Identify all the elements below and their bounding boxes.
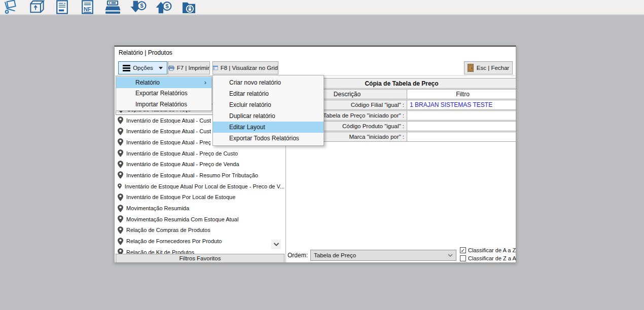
list-item[interactable]: Inventário de Estoque Por Local de Estoq… [116, 192, 284, 203]
favorite-filters-label: Filtros Favoritos [180, 255, 221, 261]
list-item-label: Inventário de Estoque Por Local de Estoq… [126, 194, 235, 200]
menu-item-label: Exportar Relatórios [135, 90, 188, 97]
pin-icon [118, 161, 123, 168]
sort-za-checkbox[interactable] [460, 255, 466, 261]
menu-item-label: Editar relatório [229, 90, 269, 97]
list-item-label: Movimentação Resumida Com Estoque Atual [126, 216, 238, 222]
pin-icon [118, 182, 122, 190]
list-item-label: Inventário de Estoque Atual Por Local de… [125, 183, 284, 189]
filter-value[interactable] [407, 122, 516, 131]
list-item-label: Inventário de Estoque Atual - Preço de V… [126, 161, 239, 167]
filter-value[interactable] [407, 111, 516, 120]
list-item[interactable]: Inventário de Estoque Atual - Resumo Por… [116, 170, 284, 181]
pin-icon [118, 128, 123, 135]
menu-item-label: Relatório [135, 79, 160, 86]
close-button-label: Esc | Fechar [477, 65, 509, 71]
caret-down-icon [159, 67, 163, 69]
options-button-label: Opções [133, 65, 153, 71]
printer-icon [168, 64, 174, 72]
list-item[interactable]: Inventário de Estoque Atual - Preço de C… [116, 148, 284, 159]
favorite-filters-button[interactable]: Filtros Favoritos [116, 254, 284, 263]
scroll-down-button[interactable] [271, 240, 281, 249]
pin-icon [118, 138, 123, 146]
money-up-icon[interactable]: $ [154, 0, 172, 14]
submenu-item-criar-novo-relatorio[interactable]: Criar novo relatório [213, 77, 324, 88]
close-button[interactable]: Esc | Fechar [464, 61, 513, 74]
svg-text:NF: NF [84, 6, 91, 12]
submenu-item-duplicar-relatorio[interactable]: Duplicar relatório [213, 110, 324, 122]
menu-item-label: Criar novo relatório [229, 79, 281, 86]
app-toolbar: NF $ $ [0, 0, 644, 15]
pin-icon [118, 193, 123, 201]
list-item-label: Inventário de Estoque Atual - Preç [126, 139, 211, 145]
pin-icon [118, 248, 123, 254]
grid-view-button[interactable]: F8 | Visualizar no Grid [212, 61, 278, 74]
sort-za-option[interactable]: Classificar de Z a A [460, 254, 516, 262]
list-item[interactable]: Inventário de Estoque Atual Por Local de… [116, 181, 284, 192]
locked-folder-icon[interactable] [180, 0, 198, 14]
options-menu: Relatório › Exportar Relatórios Importar… [116, 76, 212, 111]
list-item-label: Relação de Fornecedores Por Produto [126, 238, 222, 244]
submenu-item-editar-relatorio[interactable]: Editar relatório [213, 88, 324, 99]
submenu-arrow-icon: › [204, 79, 206, 86]
pin-icon [118, 226, 123, 234]
list-item[interactable]: Movimentação Resumida [116, 203, 284, 214]
relatorio-submenu: Criar novo relatório Editar relatório Ex… [212, 75, 324, 146]
list-item[interactable]: Inventário de Estoque Atual - Preço de V… [116, 159, 284, 170]
menu-item-label: Editar Layout [229, 124, 265, 131]
order-label: Ordem: [288, 252, 308, 259]
order-combobox-value: Tabela de Preço [314, 252, 448, 258]
order-section: Ordem: Tabela de Preço [288, 249, 456, 261]
filter-value[interactable]: 1 BRAJAN SISTEMAS TESTE [407, 100, 516, 109]
list-item-label: Inventário de Estoque Atual - Cust [126, 118, 211, 124]
list-item-label: Inventário de Estoque Atual - Cust [126, 128, 211, 134]
hamburger-icon [123, 64, 130, 72]
desktop: NF $ $ [0, 0, 644, 310]
list-item[interactable]: Relação de Fornecedores Por Produto [116, 236, 284, 247]
menu-item-exportar-relatorios[interactable]: Exportar Relatórios [116, 88, 211, 99]
options-button[interactable]: Opções [118, 61, 167, 74]
pin-icon [118, 205, 123, 212]
nf-document-icon[interactable]: NF [78, 0, 96, 14]
sort-az-checkbox[interactable]: ✓ [460, 247, 466, 253]
cash-register-icon[interactable] [103, 0, 122, 14]
list-item-label: Relação de Kit de Produtos [126, 249, 194, 254]
submenu-item-editar-layout[interactable]: Editar Layout [213, 122, 324, 133]
pin-icon [118, 117, 123, 124]
order-combobox[interactable]: Tabela de Preço [310, 250, 456, 261]
list-item-label: Inventário de Estoque Atual - Resumo Por… [126, 172, 258, 178]
list-item-label: Movimentação Resumida [126, 205, 189, 211]
print-button[interactable]: F7 | Imprimir [168, 61, 210, 74]
pin-icon [118, 171, 123, 179]
report-dialog: Relatório | Produtos Opções F7 | Imprimi… [114, 46, 516, 263]
money-down-icon[interactable]: $ [129, 0, 147, 14]
pin-icon [118, 215, 123, 223]
invoice-icon[interactable] [53, 0, 71, 14]
grid-icon [213, 64, 218, 71]
sort-az-label: Classificar de A a Z [468, 247, 516, 253]
package-icon[interactable] [27, 0, 46, 14]
column-header-filtro: Filtro [407, 90, 516, 99]
list-item[interactable]: Movimentação Resumida Com Estoque Atual [116, 214, 284, 225]
grid-view-button-label: F8 | Visualizar no Grid [221, 65, 278, 71]
menu-item-relatorio[interactable]: Relatório › [116, 77, 211, 88]
chevron-down-icon [448, 254, 453, 257]
svg-text:$: $ [165, 3, 169, 9]
submenu-item-exportar-todos-relatorios[interactable]: Exportar Todos Relatórios [213, 133, 324, 144]
svg-text:$: $ [140, 2, 144, 9]
menu-item-label: Exportar Todos Relatórios [229, 135, 299, 142]
list-item-label: Relação de Compras de Produtos [126, 227, 210, 233]
hand-truck-icon[interactable] [2, 0, 20, 14]
list-item[interactable]: Relação de Kit de Produtos [116, 247, 284, 254]
sort-za-label: Classificar de Z a A [468, 255, 516, 261]
print-button-label: F7 | Imprimir [177, 65, 209, 71]
submenu-item-excluir-relatorio[interactable]: Excluir relatório [213, 99, 324, 110]
pin-icon [118, 149, 123, 157]
sort-az-option[interactable]: ✓ Classificar de A a Z [460, 246, 516, 254]
filter-value[interactable] [407, 132, 516, 141]
pin-icon [118, 238, 123, 245]
dialog-title: Relatório | Produtos [119, 49, 172, 56]
chevron-down-icon [273, 243, 279, 246]
menu-item-importar-relatorios[interactable]: Importar Relatórios [116, 99, 211, 110]
list-item[interactable]: Relação de Compras de Produtos [116, 225, 284, 236]
